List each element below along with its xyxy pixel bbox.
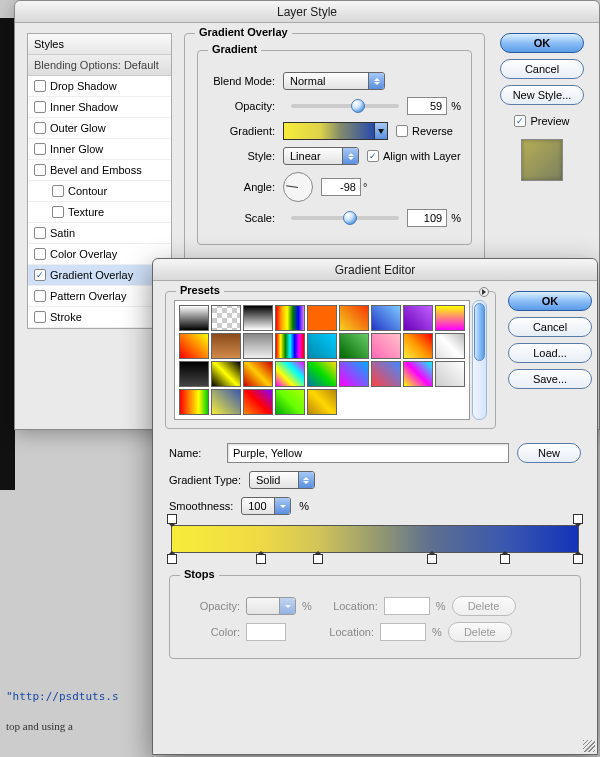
- style-item-inner-glow[interactable]: Inner Glow: [28, 139, 171, 160]
- style-item-contour[interactable]: Contour: [28, 181, 171, 202]
- style-item-color-overlay[interactable]: Color Overlay: [28, 244, 171, 265]
- cancel-button[interactable]: Cancel: [500, 59, 584, 79]
- stop-color-location-input[interactable]: [380, 623, 426, 641]
- color-stop[interactable]: [573, 554, 583, 564]
- preset-swatch[interactable]: [371, 333, 401, 359]
- styles-header[interactable]: Styles: [28, 34, 171, 55]
- stop-color-swatch[interactable]: [246, 623, 286, 641]
- angle-input[interactable]: -98: [321, 178, 361, 196]
- preset-scrollbar[interactable]: [472, 300, 487, 420]
- opacity-slider[interactable]: [291, 104, 399, 108]
- style-item-bevel-and-emboss[interactable]: Bevel and Emboss: [28, 160, 171, 181]
- preset-swatch[interactable]: [275, 333, 305, 359]
- preset-swatch[interactable]: [435, 361, 465, 387]
- preset-swatch[interactable]: [339, 305, 369, 331]
- style-checkbox[interactable]: [34, 80, 46, 92]
- style-item-outer-glow[interactable]: Outer Glow: [28, 118, 171, 139]
- preset-swatch[interactable]: [403, 333, 433, 359]
- preset-swatch[interactable]: [211, 305, 241, 331]
- preset-swatch[interactable]: [403, 361, 433, 387]
- style-checkbox[interactable]: [34, 101, 46, 113]
- style-item-drop-shadow[interactable]: Drop Shadow: [28, 76, 171, 97]
- style-checkbox[interactable]: [52, 206, 64, 218]
- new-style-button[interactable]: New Style...: [500, 85, 584, 105]
- style-item-texture[interactable]: Texture: [28, 202, 171, 223]
- preset-swatch[interactable]: [275, 305, 305, 331]
- preset-swatch[interactable]: [275, 361, 305, 387]
- color-stop[interactable]: [500, 554, 510, 564]
- style-checkbox[interactable]: [52, 185, 64, 197]
- scale-input[interactable]: 109: [407, 209, 447, 227]
- ge-cancel-button[interactable]: Cancel: [508, 317, 592, 337]
- preset-swatch[interactable]: [243, 333, 273, 359]
- gradient-type-select[interactable]: Solid: [249, 471, 315, 489]
- stop-opacity-location-input[interactable]: [384, 597, 430, 615]
- layer-style-titlebar[interactable]: Layer Style: [15, 1, 599, 23]
- scale-slider[interactable]: [291, 216, 399, 220]
- new-gradient-button[interactable]: New: [517, 443, 581, 463]
- color-stop[interactable]: [313, 554, 323, 564]
- preset-swatch[interactable]: [339, 361, 369, 387]
- delete-color-stop-button[interactable]: Delete: [448, 622, 512, 642]
- style-checkbox[interactable]: [34, 122, 46, 134]
- presets-flyout-icon[interactable]: [479, 287, 489, 297]
- delete-opacity-stop-button[interactable]: Delete: [452, 596, 516, 616]
- ge-save-button[interactable]: Save...: [508, 369, 592, 389]
- style-checkbox[interactable]: [34, 164, 46, 176]
- preset-swatch[interactable]: [307, 361, 337, 387]
- preset-swatch[interactable]: [307, 305, 337, 331]
- preset-swatch[interactable]: [275, 389, 305, 415]
- preset-swatch[interactable]: [243, 305, 273, 331]
- preset-swatch[interactable]: [179, 305, 209, 331]
- preset-swatch[interactable]: [243, 389, 273, 415]
- style-item-stroke[interactable]: Stroke: [28, 307, 171, 328]
- preset-swatch[interactable]: [403, 305, 433, 331]
- style-checkbox[interactable]: ✓: [34, 269, 46, 281]
- preset-swatch[interactable]: [179, 389, 209, 415]
- color-stop[interactable]: [256, 554, 266, 564]
- smoothness-input[interactable]: 100: [241, 497, 291, 515]
- opacity-input[interactable]: 59: [407, 97, 447, 115]
- blend-mode-select[interactable]: Normal: [283, 72, 385, 90]
- style-item-gradient-overlay[interactable]: ✓Gradient Overlay: [28, 265, 171, 286]
- preset-swatch[interactable]: [435, 333, 465, 359]
- opacity-stop[interactable]: [573, 514, 583, 524]
- preset-swatch[interactable]: [211, 361, 241, 387]
- preview-checkbox[interactable]: ✓: [514, 115, 526, 127]
- preset-swatch[interactable]: [339, 333, 369, 359]
- style-item-pattern-overlay[interactable]: Pattern Overlay: [28, 286, 171, 307]
- ge-ok-button[interactable]: OK: [508, 291, 592, 311]
- preset-swatch[interactable]: [179, 333, 209, 359]
- style-checkbox[interactable]: [34, 290, 46, 302]
- reverse-checkbox[interactable]: [396, 125, 408, 137]
- style-checkbox[interactable]: [34, 311, 46, 323]
- ge-load-button[interactable]: Load...: [508, 343, 592, 363]
- preset-swatch[interactable]: [179, 361, 209, 387]
- style-checkbox[interactable]: [34, 227, 46, 239]
- color-stop[interactable]: [167, 554, 177, 564]
- ok-button[interactable]: OK: [500, 33, 584, 53]
- preset-swatch[interactable]: [211, 389, 241, 415]
- gradient-style-select[interactable]: Linear: [283, 147, 359, 165]
- preset-swatch[interactable]: [211, 333, 241, 359]
- style-item-satin[interactable]: Satin: [28, 223, 171, 244]
- resize-handle[interactable]: [583, 740, 595, 752]
- gradient-editor-titlebar[interactable]: Gradient Editor: [153, 259, 597, 281]
- opacity-stop[interactable]: [167, 514, 177, 524]
- gradient-bar[interactable]: [171, 525, 579, 553]
- preset-swatch[interactable]: [371, 361, 401, 387]
- align-checkbox[interactable]: ✓: [367, 150, 379, 162]
- style-checkbox[interactable]: [34, 248, 46, 260]
- preset-swatch[interactable]: [243, 361, 273, 387]
- angle-dial[interactable]: [283, 172, 313, 202]
- preset-swatch[interactable]: [435, 305, 465, 331]
- preset-swatch[interactable]: [307, 333, 337, 359]
- blending-options-row[interactable]: Blending Options: Default: [28, 55, 171, 76]
- preset-swatch[interactable]: [371, 305, 401, 331]
- style-item-inner-shadow[interactable]: Inner Shadow: [28, 97, 171, 118]
- preset-swatch[interactable]: [307, 389, 337, 415]
- gradient-name-input[interactable]: Purple, Yellow: [227, 443, 509, 463]
- stop-opacity-input[interactable]: [246, 597, 296, 615]
- color-stop[interactable]: [427, 554, 437, 564]
- style-checkbox[interactable]: [34, 143, 46, 155]
